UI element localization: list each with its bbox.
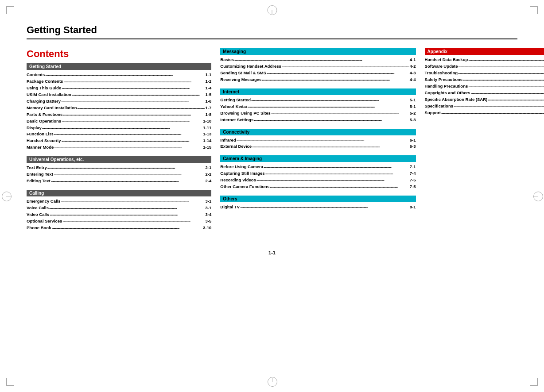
toc-entry-label: Specifications — [425, 103, 453, 110]
toc-entry-dots — [47, 164, 205, 171]
toc-entry-page: 3-5 — [206, 218, 212, 225]
toc-row: Manner Mode1-15 — [27, 144, 211, 151]
toc-entry-page: 4-1 — [410, 57, 416, 63]
content-grid: Contents Getting StartedContents1-1Packa… — [27, 48, 517, 237]
section-header-camera-imaging: Camera & Imaging — [220, 155, 416, 162]
column-1: Contents Getting StartedContents1-1Packa… — [27, 48, 211, 237]
toc-entry-label: Using This Guide — [27, 85, 61, 92]
toc-entry-dots — [468, 83, 544, 89]
toc-row: Function List1-13 — [27, 131, 211, 138]
toc-entry-page: 1-13 — [203, 131, 211, 138]
toc-entry-dots — [54, 171, 205, 177]
toc-entry-label: Internet Settings — [220, 117, 253, 123]
toc-entry-label: Handset Data Backup — [425, 57, 468, 63]
toc-entry-label: Display — [27, 125, 42, 131]
toc-row: Safety Precautions9-5 — [425, 77, 544, 83]
toc-entry-dots — [262, 76, 409, 83]
toc-row: Recording Videos7-5 — [220, 177, 416, 184]
toc-entry-label: Infrared — [220, 137, 236, 144]
toc-entry-dots — [458, 69, 544, 76]
corner-mark-br — [530, 378, 538, 386]
toc-entry-label: Copyrights and Others — [425, 90, 470, 96]
toc-entry-label: Before Using Camera — [220, 164, 263, 170]
toc-row: Entering Text2-2 — [27, 171, 211, 178]
toc-entry-label: Handset Security — [27, 138, 61, 144]
toc-entry-label: Getting Started — [220, 97, 251, 104]
corner-mark-tl — [6, 6, 14, 14]
toc-entry-page: 1-10 — [203, 118, 211, 125]
toc-entry-page: 1-6 — [206, 98, 212, 105]
toc-entry-page: 5-1 — [410, 104, 416, 110]
toc-entry-page: 1-5 — [206, 92, 212, 98]
toc-entry-page: 7-5 — [410, 177, 416, 184]
toc-row: Software Update9-2 — [425, 63, 544, 70]
toc-entry-label: Parts & Functions — [27, 111, 62, 118]
toc-entry-dots — [240, 204, 409, 210]
section-header-connectivity: Connectivity — [220, 129, 416, 135]
corner-mark-tr — [530, 6, 538, 14]
toc-entry-page: 2-1 — [206, 165, 212, 171]
section-camera-imaging: Camera & ImagingBefore Using Camera7-1Ca… — [220, 155, 416, 190]
top-center-mark — [272, 6, 272, 15]
toc-row: Charging Battery1-6 — [27, 98, 211, 105]
toc-entry-page: 7-5 — [410, 184, 416, 190]
toc-entry-page: 3-10 — [203, 225, 211, 231]
toc-row: Capturing Still Images7-4 — [220, 170, 416, 177]
toc-entry-page: 7-4 — [410, 170, 416, 177]
toc-entry-label: Basics — [220, 57, 234, 63]
toc-entry-page: 4-4 — [410, 77, 416, 83]
toc-entry-dots — [61, 198, 205, 204]
toc-row: Digital TV8-1 — [220, 204, 416, 211]
toc-entry-dots — [50, 211, 205, 218]
toc-entry-page: 6-1 — [410, 137, 416, 144]
section-appendix: AppendixHandset Data Backup9-1Software U… — [425, 48, 544, 116]
toc-row: External Device6-3 — [220, 143, 416, 150]
toc-entry-dots — [256, 177, 409, 183]
toc-entry-label: Yahoo! Keitai — [220, 104, 247, 110]
toc-entry-dots — [468, 56, 544, 63]
toc-entry-dots — [51, 177, 205, 184]
toc-entry-label: Video Calls — [27, 211, 49, 218]
toc-entry-label: Browsing Using PC Sites — [220, 110, 271, 117]
toc-entry-page: 6-3 — [410, 143, 416, 150]
toc-entry-dots — [270, 183, 409, 190]
column-2: MessagingBasics4-1Customizing Handset Ad… — [220, 48, 416, 237]
toc-entry-dots — [471, 89, 544, 96]
toc-row: Specifications9-19 — [425, 103, 544, 110]
toc-row: Package Contents1-2 — [27, 78, 211, 85]
toc-entry-page: 1-4 — [206, 85, 212, 92]
toc-entry-page: 4-3 — [410, 70, 416, 77]
toc-row: Display1-11 — [27, 125, 211, 131]
section-getting-started: Getting StartedContents1-1Package Conten… — [27, 63, 211, 151]
toc-entry-label: Editing Text — [27, 178, 51, 184]
toc-entry-label: Entering Text — [27, 171, 53, 178]
toc-entry-page: 4-2 — [410, 63, 416, 70]
toc-entry-dots — [63, 111, 205, 118]
toc-entry-page: 3-1 — [206, 205, 212, 211]
column-3: AppendixHandset Data Backup9-1Software U… — [425, 48, 544, 237]
page-title: Getting Started — [27, 24, 517, 39]
section-calling: CallingEmergency Calls3-1Voice Calls3-1V… — [27, 190, 211, 231]
toc-entry-page: 1-7 — [206, 105, 212, 111]
toc-row: Handling Precautions9-12 — [425, 83, 544, 90]
corner-mark-bl — [6, 378, 14, 386]
toc-row: Contents1-1 — [27, 72, 211, 78]
toc-row: Text Entry2-1 — [27, 165, 211, 171]
toc-row: Basic Operations1-10 — [27, 118, 211, 125]
toc-entry-dots — [271, 110, 409, 116]
toc-entry-dots — [54, 144, 202, 150]
toc-row: Emergency Calls3-1 — [27, 198, 211, 205]
col3-sections: AppendixHandset Data Backup9-1Software U… — [425, 48, 544, 116]
toc-entry-label: Safety Precautions — [425, 77, 463, 83]
toc-entry-page: 7-1 — [410, 164, 416, 170]
toc-row: Before Using Camera7-1 — [220, 164, 416, 170]
toc-entry-dots — [282, 63, 409, 69]
toc-row: Handset Data Backup9-1 — [425, 57, 544, 63]
toc-entry-label: Digital TV — [220, 204, 240, 211]
toc-row: Handset Security1-14 — [27, 138, 211, 144]
toc-entry-label: USIM Card Installation — [27, 92, 71, 98]
toc-row: Using This Guide1-4 — [27, 85, 211, 92]
toc-entry-page: 1-1 — [206, 72, 212, 78]
toc-entry-label: Capturing Still Images — [220, 170, 264, 177]
toc-entry-dots — [51, 224, 202, 231]
